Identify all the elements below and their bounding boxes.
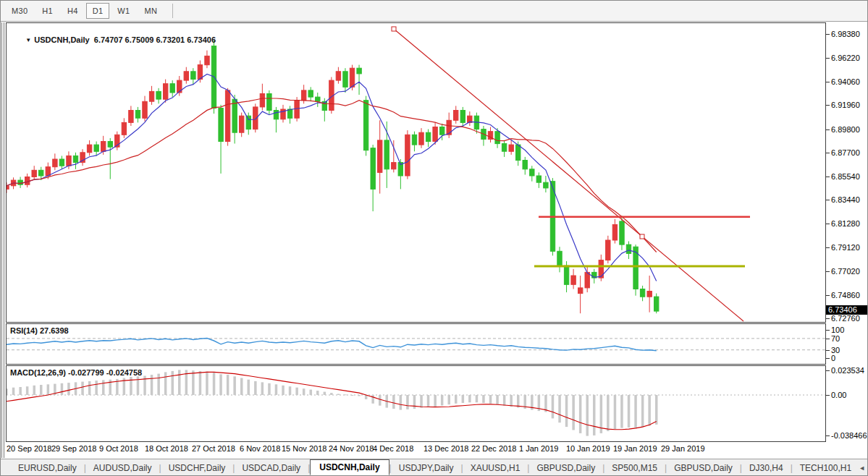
tab-gbpusd-daily[interactable]: GBPUSD,Daily — [667, 461, 740, 475]
macd-bar — [448, 395, 451, 404]
macd-bar — [392, 395, 395, 409]
macd-bar — [434, 395, 437, 407]
bull-candle — [578, 288, 583, 294]
macd-bar — [648, 395, 651, 426]
macd-bar — [19, 387, 22, 395]
tab-sp500-m15[interactable]: SP500,M15 — [604, 461, 665, 475]
bull-candle — [606, 240, 610, 260]
tf-button-d1[interactable]: D1 — [86, 3, 110, 19]
tab-usdcnh-daily[interactable]: USDCNH,Daily — [310, 459, 389, 475]
bear-candle — [232, 99, 237, 132]
macd-bar — [427, 395, 430, 407]
tf-button-w1[interactable]: W1 — [111, 3, 136, 19]
macd-bar — [489, 395, 492, 404]
bear-candle — [495, 132, 500, 144]
macd-bar — [413, 395, 416, 409]
macd-bar — [81, 382, 84, 395]
price-axis-tick — [826, 247, 830, 248]
macd-bar — [151, 375, 153, 395]
bull-candle — [164, 84, 168, 100]
timeframe-toolbar: M30H1H4D1W1MN — [1, 1, 868, 22]
chart-dropdown-icon[interactable]: ▼ — [25, 37, 31, 43]
date-axis-label: 1 Jan 2019 — [519, 444, 558, 453]
price-axis-label: 6.79120 — [831, 243, 860, 252]
date-axis-label: 6 Nov 2018 — [240, 444, 280, 453]
main-chart-pane: ▼USDCNH,Daily 6.74707 6.75009 6.73201 6.… — [6, 22, 826, 323]
tab-tech100-h1[interactable]: TECH100,H1 — [793, 461, 859, 475]
macd-bar — [628, 395, 631, 428]
price-axis-label: 6.89800 — [831, 125, 860, 134]
macd-bar — [213, 373, 216, 395]
date-axis-label: 15 Nov 2018 — [282, 444, 326, 453]
date-axis-label: 20 Sep 2018 — [7, 444, 51, 453]
current-price-tag: 6.73406 — [826, 305, 868, 315]
tab-xauusd-h1[interactable]: XAUUSD,H1 — [463, 461, 528, 475]
trendline-handle-1[interactable] — [640, 234, 644, 239]
rsi-chart — [7, 324, 825, 364]
macd-bar — [26, 386, 29, 395]
tf-button-mn[interactable]: MN — [138, 3, 164, 19]
bull-candle — [454, 111, 458, 121]
date-axis-label: 24 Nov 2018 — [329, 444, 374, 453]
price-axis-tick — [826, 34, 830, 35]
price-axis-label: 6.85540 — [831, 172, 860, 181]
bull-candle — [67, 156, 71, 166]
tab-usdcad-daily[interactable]: USDCAD,Daily — [235, 461, 308, 475]
macd-bar — [620, 395, 623, 428]
tab-dj30-h4[interactable]: DJ30,H4 — [742, 461, 791, 475]
bear-candle — [640, 289, 644, 297]
window-edge-line-outer — [1, 22, 2, 458]
date-axis-label: 10 Jan 2019 — [566, 444, 610, 453]
macd-bar — [206, 372, 208, 395]
ma-slow-line[interactable] — [7, 98, 657, 252]
trendline-handle-0[interactable] — [392, 27, 396, 31]
bear-candle — [287, 109, 292, 118]
bull-candle — [184, 72, 188, 80]
tab-eurusd-daily[interactable]: EURUSD,Daily — [11, 461, 84, 475]
tab-usdchf-daily[interactable]: USDCHF,Daily — [161, 461, 233, 475]
macd-bar — [33, 386, 36, 395]
macd-bar — [344, 394, 347, 395]
bear-candle — [384, 140, 389, 169]
bear-candle — [564, 265, 568, 284]
bear-candle — [308, 90, 313, 97]
macd-bar — [254, 381, 257, 395]
price-axis-tick — [826, 58, 830, 59]
bear-candle — [219, 109, 223, 142]
macd-bar — [468, 395, 471, 402]
macd-bar — [634, 395, 637, 428]
bull-candle — [7, 186, 9, 190]
date-axis-label: 29 Sep 2018 — [51, 444, 96, 453]
macd-bar — [240, 378, 243, 396]
bear-candle — [316, 97, 320, 101]
bull-candle — [101, 142, 106, 152]
tf-button-h4[interactable]: H4 — [61, 3, 85, 19]
macd-axis-label: -0.038466 — [831, 431, 867, 440]
price-axis-tick — [826, 271, 830, 272]
price-axis-label: 6.87700 — [831, 148, 860, 157]
macd-axis-tick — [826, 395, 830, 396]
price-axis-label: 6.96220 — [831, 54, 860, 62]
macd-bar — [275, 384, 278, 395]
macd-bar — [455, 395, 458, 404]
macd-bar — [655, 395, 658, 425]
macd-bar — [61, 383, 64, 395]
macd-bar — [261, 382, 264, 395]
macd-bar — [248, 380, 250, 395]
bull-candle — [46, 167, 50, 176]
tf-button-h1[interactable]: H1 — [35, 3, 59, 19]
bear-candle — [557, 251, 562, 265]
macd-bar — [400, 395, 403, 410]
price-axis-tick — [826, 129, 830, 130]
bear-candle — [654, 297, 659, 311]
bull-candle — [378, 140, 382, 173]
bull-candle — [260, 94, 264, 107]
tab-audusd-daily[interactable]: AUDUSD,Daily — [86, 461, 159, 475]
macd-bar — [462, 395, 465, 403]
macd-bar — [503, 395, 506, 406]
tab-usdjpy-daily[interactable]: USDJPY,Daily — [392, 461, 461, 475]
bear-candle — [516, 145, 521, 161]
tabs-scroll-left-icon[interactable]: ◄ — [859, 464, 865, 472]
tab-gbpusd-daily[interactable]: GBPUSD,Daily — [529, 461, 602, 475]
tf-button-m30[interactable]: M30 — [5, 3, 34, 19]
